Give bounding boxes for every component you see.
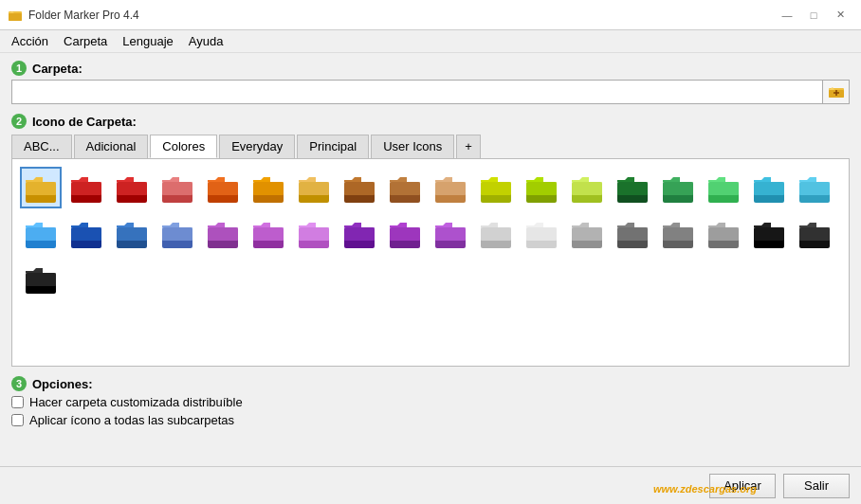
checkbox-subcarpetas-label: Aplicar ícono a todas las subcarpetas [29, 413, 234, 427]
folder-icon-20[interactable] [111, 212, 153, 254]
svg-marker-23 [253, 177, 270, 182]
folder-label: Carpeta: [32, 62, 82, 76]
folder-icon-21[interactable] [156, 212, 198, 254]
maximize-button[interactable]: □ [800, 5, 827, 26]
svg-rect-43 [526, 182, 557, 195]
svg-marker-116 [26, 268, 43, 273]
folder-icon-17[interactable] [794, 167, 835, 208]
svg-rect-22 [208, 182, 238, 195]
menu-accion[interactable]: Acción [4, 32, 56, 50]
folder-icon-14[interactable] [657, 167, 699, 208]
svg-rect-97 [526, 227, 557, 241]
tab-principal[interactable]: Principal [297, 135, 369, 158]
close-button[interactable]: ✕ [827, 5, 853, 26]
svg-rect-61 [799, 182, 830, 195]
folder-path-input[interactable] [11, 80, 823, 104]
folder-icon-19[interactable] [65, 212, 107, 254]
svg-rect-46 [572, 182, 602, 195]
svg-marker-92 [481, 223, 498, 227]
svg-rect-1 [9, 13, 22, 21]
window-controls: — □ ✕ [774, 5, 853, 26]
folder-icon-26[interactable] [384, 212, 426, 254]
svg-rect-100 [572, 227, 602, 241]
folder-icon-10[interactable] [475, 167, 517, 208]
folder-icon-31[interactable] [612, 212, 653, 254]
folder-icon-23[interactable] [247, 212, 289, 254]
svg-marker-11 [71, 177, 88, 182]
folder-browse-icon [828, 84, 845, 99]
tab-add[interactable]: + [456, 135, 481, 158]
folder-icon-35[interactable] [794, 212, 835, 254]
svg-marker-59 [799, 177, 816, 182]
svg-rect-16 [117, 182, 147, 195]
folder-icon-18[interactable] [20, 212, 62, 254]
svg-marker-104 [663, 223, 680, 227]
folder-icon-1[interactable] [65, 167, 107, 208]
checkbox-distributable[interactable] [11, 396, 24, 408]
svg-rect-40 [481, 182, 511, 195]
folder-icon-30[interactable] [566, 212, 608, 254]
folder-icon-11[interactable] [521, 167, 562, 208]
folder-icon-4[interactable] [202, 167, 244, 208]
minimize-button[interactable]: — [774, 5, 800, 26]
folder-icon-36[interactable] [20, 258, 62, 299]
menu-lenguaje[interactable]: Lenguaje [115, 32, 181, 50]
svg-marker-20 [208, 177, 225, 182]
tab-colores[interactable]: Colores [150, 135, 217, 158]
folder-icon-6[interactable] [293, 167, 335, 208]
svg-rect-64 [26, 227, 56, 241]
tab-everyday[interactable]: Everyday [219, 135, 295, 158]
folder-icon-8[interactable] [384, 167, 426, 208]
folder-icon-3[interactable] [156, 167, 198, 208]
tab-adicional[interactable]: Adicional [74, 135, 149, 158]
svg-marker-8 [26, 177, 43, 182]
folder-icon-12[interactable] [566, 167, 608, 208]
folder-icon-24[interactable] [293, 212, 335, 254]
svg-rect-55 [708, 182, 739, 195]
svg-marker-38 [481, 177, 498, 182]
svg-rect-88 [390, 227, 420, 241]
svg-marker-107 [708, 223, 725, 227]
icon-label: Icono de Carpeta: [32, 115, 137, 129]
folder-icon-32[interactable] [657, 212, 699, 254]
menu-carpeta[interactable]: Carpeta [56, 32, 115, 50]
folder-icon-5[interactable] [247, 167, 289, 208]
svg-rect-19 [162, 182, 192, 195]
svg-rect-94 [481, 227, 511, 241]
svg-rect-25 [253, 182, 284, 195]
svg-rect-37 [435, 182, 466, 195]
folder-icon-0[interactable] [20, 167, 62, 208]
svg-marker-53 [708, 177, 725, 182]
app-icon [8, 8, 23, 23]
checkbox-subcarpetas[interactable] [11, 414, 24, 426]
svg-marker-86 [390, 223, 407, 227]
folder-icon-29[interactable] [521, 212, 562, 254]
svg-rect-85 [344, 227, 375, 241]
folder-icon-34[interactable] [748, 212, 790, 254]
svg-rect-79 [253, 227, 284, 241]
folder-icon-28[interactable] [475, 212, 517, 254]
checkbox-row-1: Hacer carpeta customizada distribuíble [11, 395, 850, 409]
folder-icon-25[interactable] [339, 212, 380, 254]
exit-button[interactable]: Salir [783, 474, 850, 498]
svg-rect-31 [344, 182, 375, 195]
menu-ayuda[interactable]: Ayuda [181, 32, 231, 50]
folder-browse-button[interactable] [823, 80, 850, 104]
svg-marker-77 [253, 223, 270, 227]
svg-marker-83 [344, 223, 361, 227]
folder-icon-16[interactable] [748, 167, 790, 208]
folder-icon-13[interactable] [612, 167, 653, 208]
folder-icon-22[interactable] [202, 212, 244, 254]
folder-icon-27[interactable] [430, 212, 471, 254]
svg-marker-68 [117, 223, 134, 227]
folder-icon-2[interactable] [111, 167, 153, 208]
folder-icon-33[interactable] [703, 212, 744, 254]
svg-rect-115 [799, 227, 830, 241]
folder-icon-15[interactable] [703, 167, 744, 208]
checkbox-row-2: Aplicar ícono a todas las subcarpetas [11, 413, 850, 427]
folder-icon-9[interactable] [430, 167, 471, 208]
tab-abc[interactable]: ABC... [11, 135, 72, 158]
svg-marker-47 [617, 177, 634, 182]
folder-icon-7[interactable] [339, 167, 380, 208]
tab-user-icons[interactable]: User Icons [371, 135, 454, 158]
